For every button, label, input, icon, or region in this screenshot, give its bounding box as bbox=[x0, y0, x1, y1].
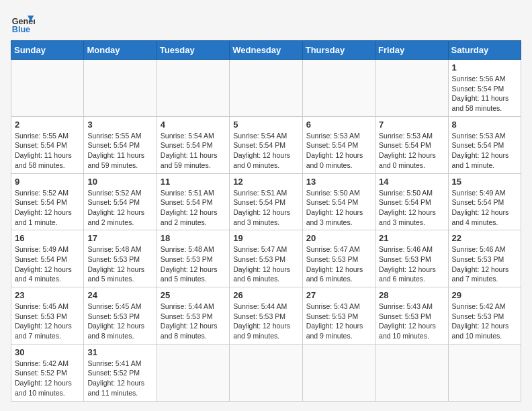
calendar-cell: 28Sunrise: 5:43 AMSunset: 5:53 PMDayligh… bbox=[375, 287, 448, 345]
day-number: 2 bbox=[15, 120, 80, 130]
day-number: 23 bbox=[15, 290, 80, 300]
calendar-cell: 16Sunrise: 5:49 AMSunset: 5:54 PMDayligh… bbox=[11, 230, 84, 287]
day-info: Sunrise: 5:41 AMSunset: 5:52 PMDaylight:… bbox=[87, 359, 152, 398]
calendar-cell: 30Sunrise: 5:42 AMSunset: 5:52 PMDayligh… bbox=[11, 344, 84, 401]
calendar-cell: 27Sunrise: 5:43 AMSunset: 5:53 PMDayligh… bbox=[302, 287, 375, 345]
day-info: Sunrise: 5:53 AMSunset: 5:54 PMDaylight:… bbox=[306, 131, 371, 171]
calendar-cell: 6Sunrise: 5:53 AMSunset: 5:54 PMDaylight… bbox=[302, 116, 375, 173]
day-header-tuesday: Tuesday bbox=[157, 41, 229, 60]
day-info: Sunrise: 5:54 AMSunset: 5:54 PMDaylight:… bbox=[161, 131, 226, 171]
calendar-cell: 18Sunrise: 5:48 AMSunset: 5:53 PMDayligh… bbox=[157, 230, 229, 287]
day-number: 21 bbox=[379, 233, 444, 243]
calendar-cell: 19Sunrise: 5:47 AMSunset: 5:53 PMDayligh… bbox=[230, 230, 302, 287]
day-number: 6 bbox=[306, 120, 371, 130]
day-info: Sunrise: 5:46 AMSunset: 5:53 PMDaylight:… bbox=[452, 244, 517, 284]
day-info: Sunrise: 5:50 AMSunset: 5:54 PMDaylight:… bbox=[379, 188, 444, 228]
calendar-cell: 1Sunrise: 5:56 AMSunset: 5:54 PMDaylight… bbox=[448, 60, 521, 117]
day-info: Sunrise: 5:52 AMSunset: 5:54 PMDaylight:… bbox=[87, 188, 152, 228]
calendar-cell: 20Sunrise: 5:47 AMSunset: 5:53 PMDayligh… bbox=[302, 230, 375, 287]
day-info: Sunrise: 5:42 AMSunset: 5:53 PMDaylight:… bbox=[452, 302, 517, 341]
day-info: Sunrise: 5:52 AMSunset: 5:54 PMDaylight:… bbox=[15, 188, 80, 228]
day-info: Sunrise: 5:45 AMSunset: 5:53 PMDaylight:… bbox=[15, 302, 80, 341]
calendar-body: 1Sunrise: 5:56 AMSunset: 5:54 PMDaylight… bbox=[11, 60, 521, 402]
day-number: 7 bbox=[379, 120, 444, 130]
day-number: 4 bbox=[161, 120, 226, 130]
day-number: 17 bbox=[87, 233, 152, 243]
calendar-cell: 11Sunrise: 5:51 AMSunset: 5:54 PMDayligh… bbox=[157, 173, 229, 230]
day-number: 27 bbox=[306, 290, 371, 300]
week-row-1: 1Sunrise: 5:56 AMSunset: 5:54 PMDaylight… bbox=[11, 60, 521, 117]
day-info: Sunrise: 5:49 AMSunset: 5:54 PMDaylight:… bbox=[452, 188, 517, 228]
day-number: 19 bbox=[233, 233, 298, 243]
day-info: Sunrise: 5:47 AMSunset: 5:53 PMDaylight:… bbox=[233, 244, 298, 284]
day-number: 10 bbox=[87, 177, 152, 187]
day-number: 1 bbox=[452, 62, 517, 73]
day-number: 13 bbox=[306, 177, 371, 187]
calendar-cell: 24Sunrise: 5:45 AMSunset: 5:53 PMDayligh… bbox=[84, 287, 157, 345]
day-header-wednesday: Wednesday bbox=[230, 41, 302, 60]
day-number: 15 bbox=[452, 177, 517, 187]
day-info: Sunrise: 5:46 AMSunset: 5:53 PMDaylight:… bbox=[379, 244, 444, 284]
day-header-monday: Monday bbox=[84, 41, 157, 60]
day-number: 14 bbox=[379, 177, 444, 187]
calendar-cell: 9Sunrise: 5:52 AMSunset: 5:54 PMDaylight… bbox=[11, 173, 84, 230]
day-info: Sunrise: 5:54 AMSunset: 5:54 PMDaylight:… bbox=[233, 131, 298, 171]
week-row-2: 2Sunrise: 5:55 AMSunset: 5:54 PMDaylight… bbox=[11, 116, 521, 173]
day-number: 22 bbox=[452, 233, 517, 243]
calendar-cell: 12Sunrise: 5:51 AMSunset: 5:54 PMDayligh… bbox=[230, 173, 302, 230]
day-number: 12 bbox=[233, 177, 298, 187]
day-info: Sunrise: 5:51 AMSunset: 5:54 PMDaylight:… bbox=[161, 188, 226, 228]
calendar-cell: 5Sunrise: 5:54 AMSunset: 5:54 PMDaylight… bbox=[230, 116, 302, 173]
day-info: Sunrise: 5:43 AMSunset: 5:53 PMDaylight:… bbox=[379, 302, 444, 341]
day-info: Sunrise: 5:56 AMSunset: 5:54 PMDaylight:… bbox=[452, 74, 517, 113]
calendar-cell: 8Sunrise: 5:53 AMSunset: 5:54 PMDaylight… bbox=[448, 116, 521, 173]
calendar-cell: 15Sunrise: 5:49 AMSunset: 5:54 PMDayligh… bbox=[448, 173, 521, 230]
day-number: 31 bbox=[87, 347, 152, 357]
day-number: 11 bbox=[161, 177, 226, 187]
calendar-cell: 25Sunrise: 5:44 AMSunset: 5:53 PMDayligh… bbox=[157, 287, 229, 345]
calendar-cell bbox=[157, 60, 229, 117]
calendar-cell: 21Sunrise: 5:46 AMSunset: 5:53 PMDayligh… bbox=[375, 230, 448, 287]
day-info: Sunrise: 5:47 AMSunset: 5:53 PMDaylight:… bbox=[306, 244, 371, 284]
calendar-cell bbox=[230, 344, 302, 401]
calendar-cell: 23Sunrise: 5:45 AMSunset: 5:53 PMDayligh… bbox=[11, 287, 84, 345]
calendar-cell bbox=[11, 60, 84, 117]
calendar-cell bbox=[302, 60, 375, 117]
day-number: 25 bbox=[161, 290, 226, 300]
calendar-cell: 14Sunrise: 5:50 AMSunset: 5:54 PMDayligh… bbox=[375, 173, 448, 230]
day-number: 5 bbox=[233, 120, 298, 130]
calendar-cell bbox=[448, 344, 521, 401]
svg-text:Blue: Blue bbox=[12, 25, 30, 34]
day-number: 28 bbox=[379, 290, 444, 300]
day-info: Sunrise: 5:55 AMSunset: 5:54 PMDaylight:… bbox=[87, 131, 152, 171]
logo-icon: General Blue bbox=[11, 11, 35, 35]
calendar-cell: 2Sunrise: 5:55 AMSunset: 5:54 PMDaylight… bbox=[11, 116, 84, 173]
day-number: 8 bbox=[452, 120, 517, 130]
day-number: 30 bbox=[15, 347, 80, 357]
day-info: Sunrise: 5:53 AMSunset: 5:54 PMDaylight:… bbox=[379, 131, 444, 171]
calendar: SundayMondayTuesdayWednesdayThursdayFrid… bbox=[11, 40, 521, 402]
day-info: Sunrise: 5:43 AMSunset: 5:53 PMDaylight:… bbox=[306, 302, 371, 341]
calendar-cell bbox=[375, 60, 448, 117]
calendar-cell: 3Sunrise: 5:55 AMSunset: 5:54 PMDaylight… bbox=[84, 116, 157, 173]
day-info: Sunrise: 5:48 AMSunset: 5:53 PMDaylight:… bbox=[87, 244, 152, 284]
calendar-cell: 13Sunrise: 5:50 AMSunset: 5:54 PMDayligh… bbox=[302, 173, 375, 230]
day-number: 24 bbox=[87, 290, 152, 300]
day-number: 16 bbox=[15, 233, 80, 243]
day-info: Sunrise: 5:44 AMSunset: 5:53 PMDaylight:… bbox=[161, 302, 226, 341]
calendar-header: SundayMondayTuesdayWednesdayThursdayFrid… bbox=[11, 41, 521, 60]
calendar-cell: 26Sunrise: 5:44 AMSunset: 5:53 PMDayligh… bbox=[230, 287, 302, 345]
calendar-cell: 22Sunrise: 5:46 AMSunset: 5:53 PMDayligh… bbox=[448, 230, 521, 287]
calendar-cell: 4Sunrise: 5:54 AMSunset: 5:54 PMDaylight… bbox=[157, 116, 229, 173]
day-info: Sunrise: 5:45 AMSunset: 5:53 PMDaylight:… bbox=[87, 302, 152, 341]
day-header-thursday: Thursday bbox=[302, 41, 375, 60]
day-info: Sunrise: 5:50 AMSunset: 5:54 PMDaylight:… bbox=[306, 188, 371, 228]
day-info: Sunrise: 5:48 AMSunset: 5:53 PMDaylight:… bbox=[161, 244, 226, 284]
calendar-cell bbox=[230, 60, 302, 117]
calendar-cell bbox=[302, 344, 375, 401]
day-header-friday: Friday bbox=[375, 41, 448, 60]
week-row-4: 16Sunrise: 5:49 AMSunset: 5:54 PMDayligh… bbox=[11, 230, 521, 287]
day-number: 20 bbox=[306, 233, 371, 243]
day-number: 9 bbox=[15, 177, 80, 187]
day-info: Sunrise: 5:51 AMSunset: 5:54 PMDaylight:… bbox=[233, 188, 298, 228]
